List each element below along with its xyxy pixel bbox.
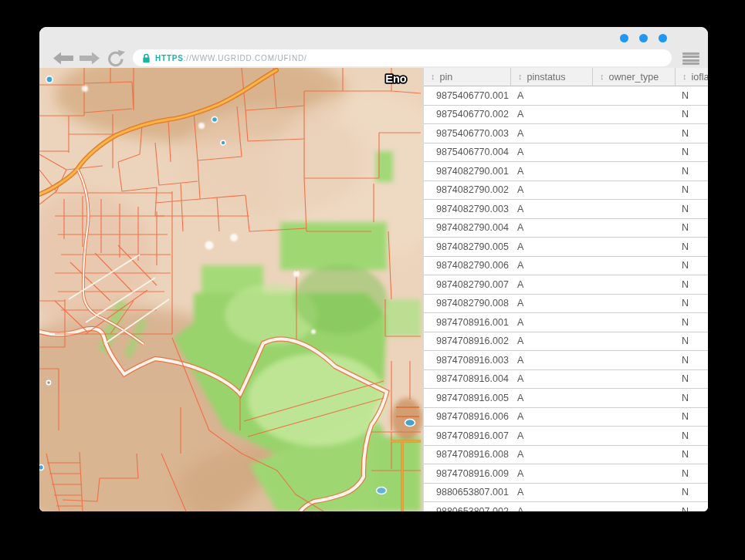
table-row[interactable]: 9874708916.001 A N — [424, 313, 708, 332]
cell-pin: 9874708916.009 — [424, 468, 510, 479]
cell-pin: 9874082790.008 — [424, 298, 510, 309]
reload-button[interactable] — [107, 49, 126, 69]
table-row[interactable]: 9875406770.002 A N — [424, 106, 708, 125]
map-builtup-area — [391, 398, 422, 440]
cell-ioflag: N — [675, 147, 708, 157]
cell-pinstatus: A — [510, 411, 592, 422]
cell-pin: 9875406770.001 — [424, 90, 510, 101]
forward-button[interactable] — [78, 51, 101, 66]
cell-pinstatus: A — [510, 166, 592, 177]
cell-pin: 9880653807.002 — [424, 506, 510, 511]
column-label: pin — [440, 72, 453, 83]
table-row[interactable]: 9874082790.007 A N — [424, 275, 708, 295]
sort-icon: ↕ — [600, 73, 604, 81]
window-controls — [620, 34, 667, 42]
table-row[interactable]: 9874708916.006 A N — [424, 408, 708, 427]
cell-pin: 9874082790.004 — [424, 222, 510, 233]
cell-ioflag: N — [675, 411, 708, 422]
table-row[interactable]: 9874082790.005 A N — [424, 238, 708, 257]
cell-ioflag: N — [675, 393, 708, 403]
cell-pin: 9874082790.002 — [424, 184, 510, 195]
column-header-owner-type[interactable]: ↕ owner_type — [592, 68, 675, 86]
content-area: Eno ↕ pin ↕ pinstatus ↕ owner_typ — [39, 68, 708, 511]
cell-pinstatus: A — [510, 449, 592, 460]
table-row[interactable]: 9874708916.007 A N — [424, 427, 708, 446]
cell-ioflag: N — [675, 298, 708, 309]
cell-pinstatus: A — [510, 260, 592, 271]
cell-pinstatus: A — [510, 393, 592, 403]
back-button[interactable] — [52, 51, 75, 66]
table-row[interactable]: 9874708916.008 A N — [424, 446, 708, 465]
cell-pinstatus: A — [510, 241, 592, 252]
cell-ioflag: N — [675, 506, 708, 511]
cell-pin: 9874082790.007 — [424, 279, 510, 290]
cell-pinstatus: A — [510, 487, 592, 498]
menu-button[interactable] — [682, 52, 699, 65]
column-header-ioflag[interactable]: ↕ ioflag — [675, 68, 708, 86]
forward-arrow-icon — [78, 51, 101, 66]
table-row[interactable]: 9874082790.006 A N — [424, 257, 708, 276]
table-row[interactable]: 9874708916.002 A N — [424, 332, 708, 352]
cell-pin: 9874708916.005 — [424, 393, 510, 403]
map-view[interactable]: Eno — [39, 68, 423, 511]
table-row[interactable]: 9875406770.004 A N — [424, 143, 708, 163]
cell-ioflag: N — [675, 128, 708, 139]
table-row[interactable]: 9874708916.003 A N — [424, 351, 708, 370]
cell-ioflag: N — [675, 184, 708, 195]
table-row[interactable]: 9874708916.009 A N — [424, 464, 708, 484]
cell-ioflag: N — [675, 336, 708, 346]
attribute-table: ↕ pin ↕ pinstatus ↕ owner_type ↕ ioflag — [423, 68, 708, 511]
table-row[interactable]: 9874082790.002 A N — [424, 181, 708, 201]
reload-icon — [107, 49, 126, 69]
cell-pin: 9875406770.002 — [424, 109, 510, 120]
column-header-pin[interactable]: ↕ pin — [424, 68, 510, 86]
cell-pinstatus: A — [510, 222, 592, 233]
cell-pinstatus: A — [510, 90, 592, 101]
column-header-pinstatus[interactable]: ↕ pinstatus — [510, 68, 592, 86]
cell-ioflag: N — [675, 109, 708, 120]
cell-ioflag: N — [675, 90, 708, 101]
table-row[interactable]: 9874082790.003 A N — [424, 200, 708, 219]
cell-pin: 9875406770.004 — [424, 147, 510, 157]
table-row[interactable]: 9874082790.001 A N — [424, 162, 708, 181]
cell-pin: 9874708916.007 — [424, 430, 510, 441]
window-control-dot[interactable] — [620, 34, 628, 42]
window-control-dot[interactable] — [639, 34, 648, 42]
cell-pin: 9880653807.001 — [424, 487, 510, 498]
cell-ioflag: N — [675, 279, 708, 290]
cell-pinstatus: A — [510, 279, 592, 290]
cell-ioflag: N — [675, 222, 708, 233]
cell-pin: 9874708916.006 — [424, 411, 510, 422]
cell-pin: 9874708916.003 — [424, 355, 510, 366]
cell-ioflag: N — [675, 204, 708, 214]
cell-pinstatus: A — [510, 355, 592, 366]
cell-pinstatus: A — [510, 128, 592, 139]
cell-pin: 9874082790.006 — [424, 260, 510, 271]
table-row[interactable]: 9880653807.001 A N — [424, 484, 708, 503]
table-row[interactable]: 9880653807.002 A N — [424, 502, 708, 511]
cell-ioflag: N — [675, 241, 708, 252]
table-row[interactable]: 9875406770.003 A N — [424, 124, 708, 143]
table-body: 9875406770.001 A N 9875406770.002 A N 98 — [424, 86, 708, 511]
cell-ioflag: N — [675, 166, 708, 177]
column-label: pinstatus — [527, 72, 566, 83]
cell-ioflag: N — [675, 317, 708, 328]
table-row[interactable]: 9874082790.004 A N — [424, 219, 708, 238]
window-control-dot[interactable] — [659, 34, 667, 42]
table-row[interactable]: 9874708916.004 A N — [424, 370, 708, 390]
browser-window: HTTPS ://WWW.UGRIDD.COM/UFIND/ — [39, 27, 708, 511]
cell-pinstatus: A — [510, 468, 592, 479]
table-row[interactable]: 9875406770.001 A N — [424, 86, 708, 106]
cell-pinstatus: A — [510, 147, 592, 157]
cell-ioflag: N — [675, 260, 708, 271]
table-row[interactable]: 9874082790.008 A N — [424, 295, 708, 314]
back-arrow-icon — [52, 51, 75, 66]
cell-pin: 9874082790.003 — [424, 204, 510, 214]
cell-ioflag: N — [675, 355, 708, 366]
table-row[interactable]: 9874708916.005 A N — [424, 389, 708, 408]
screenshot-stage: HTTPS ://WWW.UGRIDD.COM/UFIND/ — [0, 0, 745, 560]
table-header: ↕ pin ↕ pinstatus ↕ owner_type ↕ ioflag — [424, 68, 708, 86]
column-label: ioflag — [692, 72, 709, 83]
url-bar[interactable]: HTTPS ://WWW.UGRIDD.COM/UFIND/ — [133, 49, 672, 66]
cell-pinstatus: A — [510, 336, 592, 346]
